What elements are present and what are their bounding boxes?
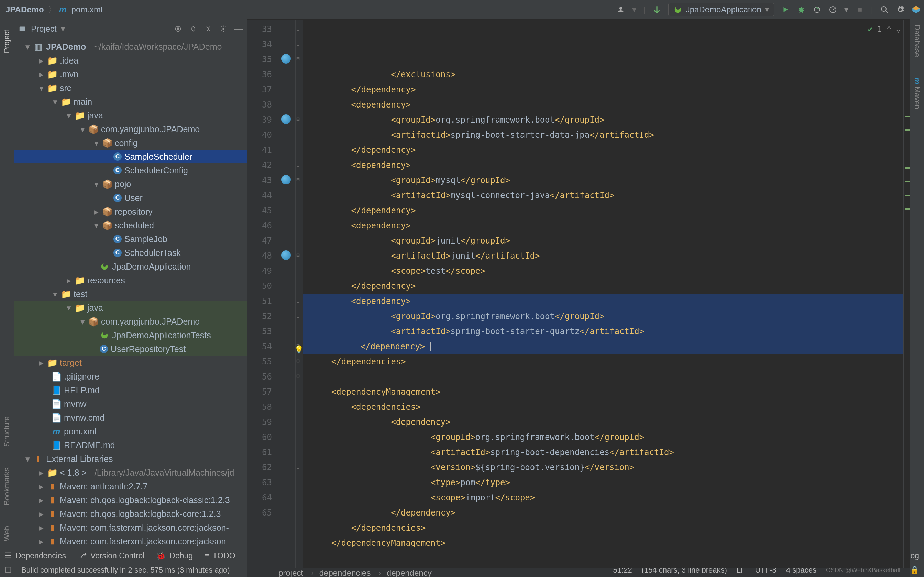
vcs-update-icon[interactable]: [653, 5, 661, 14]
tool-structure[interactable]: Structure: [2, 416, 11, 447]
breadcrumb-project[interactable]: JPADemo: [3, 4, 46, 15]
tree-pkg[interactable]: ▾📦com.yangjunbo.JPADemo: [14, 122, 247, 136]
inspection-count: 1: [877, 22, 882, 37]
breadcrumb-project[interactable]: project: [278, 568, 314, 577]
tree-label: .gitignore: [64, 369, 99, 383]
tree-sample-scheduler[interactable]: CSampleScheduler: [14, 150, 247, 163]
tree-java[interactable]: ▾📁java: [14, 108, 247, 122]
breadcrumb-dependency[interactable]: dependency: [387, 568, 432, 577]
tree-test-pkg[interactable]: ▾📦com.yangjunbo.JPADemo: [14, 314, 247, 328]
gear-icon[interactable]: [219, 24, 228, 33]
tree-label: SampleScheduler: [124, 150, 192, 163]
tool-dependencies[interactable]: ☰Dependencies: [5, 551, 66, 561]
select-opened-icon[interactable]: [174, 24, 183, 33]
tree-main[interactable]: ▾📁main: [14, 95, 247, 108]
tree-label: Maven: antlr:antlr:2.7.7: [60, 479, 148, 493]
tree-mvn[interactable]: ▸📁.mvn: [14, 67, 247, 81]
tool-database[interactable]: Database: [913, 25, 922, 57]
tree-mvnw[interactable]: 📄mvnw: [14, 397, 247, 411]
tree-test-java[interactable]: ▾📁java: [14, 301, 247, 314]
tree-root-label: JPADemo: [46, 40, 86, 53]
chevron-down-icon[interactable]: ▾: [844, 5, 848, 15]
tree-scheduler-config[interactable]: CSchedulerConfig: [14, 163, 247, 177]
chevron-down-icon[interactable]: ⌄: [896, 22, 901, 37]
run-coverage-icon[interactable]: [813, 5, 822, 14]
error-stripe[interactable]: [903, 19, 910, 568]
tree-config[interactable]: ▾📦config: [14, 136, 247, 150]
tree-test[interactable]: ▾📁test: [14, 287, 247, 301]
lock-icon[interactable]: 🔒: [910, 566, 919, 575]
tree-repository[interactable]: ▸📦repository: [14, 205, 247, 218]
left-tool-strip: Project Structure Bookmarks Web: [0, 19, 14, 548]
tree-user[interactable]: CUser: [14, 191, 247, 205]
run-config-selector[interactable]: JpaDemoApplication ▾: [668, 3, 774, 16]
tool-debug[interactable]: 🐞Debug: [156, 551, 193, 561]
tool-maven[interactable]: m Maven: [913, 77, 922, 109]
tree-label: pom.xml: [64, 424, 96, 438]
tree-ext-lib[interactable]: ▾⫴External Libraries: [14, 452, 247, 466]
tree-jdk[interactable]: ▸📁< 1.8 > /Library/Java/JavaVirtualMachi…: [14, 466, 247, 479]
tree-m3[interactable]: ▸⫴Maven: ch.qos.logback:logback-core:1.2…: [14, 507, 247, 521]
avatar-icon[interactable]: [912, 5, 921, 14]
gear-icon[interactable]: [896, 5, 905, 14]
debug-icon[interactable]: [797, 5, 806, 14]
tree-target[interactable]: ▸📁target: [14, 356, 247, 369]
tree-help[interactable]: 📘HELP.md: [14, 383, 247, 397]
tree-m4[interactable]: ▸⫴Maven: com.fasterxml.jackson.core:jack…: [14, 521, 247, 534]
right-tool-strip: Database m Maven: [910, 19, 924, 548]
tree-resources[interactable]: ▸📁resources: [14, 273, 247, 287]
tool-bookmarks[interactable]: Bookmarks: [2, 467, 11, 505]
chevron-up-icon[interactable]: ⌃: [887, 22, 891, 37]
chevron-down-icon[interactable]: ▾: [61, 24, 65, 34]
bug-icon: 🐞: [156, 551, 166, 561]
tree-root[interactable]: ▾▥JPADemo ~/kaifa/IdeaWorkspace/JPADemo: [14, 40, 247, 53]
tree-label: com.yangjunbo.JPADemo: [101, 314, 200, 328]
tree-idea[interactable]: ▸📁.idea: [14, 53, 247, 67]
chevron-down-icon: ▾: [765, 5, 769, 15]
tree-sample-job[interactable]: CSampleJob: [14, 232, 247, 246]
tree-gitignore[interactable]: 📄.gitignore: [14, 369, 247, 383]
tree-jpa-tests[interactable]: JpaDemoApplicationTests: [14, 328, 247, 342]
breadcrumb-file[interactable]: pom.xml: [69, 4, 105, 15]
tree-scheduled[interactable]: ▾📦scheduled: [14, 218, 247, 232]
tree-label: External Libraries: [46, 452, 113, 466]
tool-maven-label: Maven: [913, 87, 922, 109]
hide-icon[interactable]: —: [234, 24, 243, 33]
project-tree[interactable]: ▾▥JPADemo ~/kaifa/IdeaWorkspace/JPADemo …: [14, 39, 247, 548]
tree-label: test: [74, 287, 87, 301]
inspection-widget[interactable]: ✔ 1 ⌃ ⌄: [868, 22, 901, 37]
tree-m1[interactable]: ▸⫴Maven: antlr:antlr:2.7.7: [14, 479, 247, 493]
tree-mvnw-cmd[interactable]: 📄mvnw.cmd: [14, 411, 247, 424]
tree-label: java: [87, 108, 103, 122]
tree-label: pojo: [115, 177, 131, 191]
layers-icon: ☰: [5, 551, 12, 561]
project-icon: [18, 24, 27, 33]
tree-m2[interactable]: ▸⫴Maven: ch.qos.logback:logback-classic:…: [14, 493, 247, 507]
code-editor[interactable]: 3334353637383940414243444546474849505152…: [247, 19, 910, 568]
breadcrumb-dependencies[interactable]: dependencies: [319, 568, 381, 577]
expand-all-icon[interactable]: [189, 24, 198, 33]
tree-scheduler-task[interactable]: CSchedulerTask: [14, 246, 247, 259]
editor-area: JpaDemoApplication.java× CSchedulerTask.…: [247, 19, 910, 548]
collapse-all-icon[interactable]: [204, 24, 213, 33]
tree-src[interactable]: ▾📁src: [14, 81, 247, 95]
run-icon[interactable]: [781, 5, 790, 14]
tool-vcs[interactable]: ⎇Version Control: [78, 551, 144, 561]
status-icon[interactable]: ☐: [5, 566, 12, 575]
search-icon[interactable]: [880, 5, 889, 14]
project-panel-title[interactable]: Project: [31, 24, 57, 34]
user-icon[interactable]: [616, 5, 625, 14]
tree-pom[interactable]: mpom.xml: [14, 424, 247, 438]
tree-label: HELP.md: [64, 383, 100, 397]
tree-user-repo-test[interactable]: CUserRepositoryTest: [14, 342, 247, 356]
tree-m5[interactable]: ▸⫴Maven: com.fasterxml.jackson.core:jack…: [14, 534, 247, 548]
tool-web[interactable]: Web: [2, 526, 11, 541]
breadcrumb-separator-icon: 〉: [48, 4, 57, 15]
tree-jpa-app[interactable]: JpaDemoApplication: [14, 259, 247, 273]
tree-pojo[interactable]: ▾📦pojo: [14, 177, 247, 191]
tool-todo[interactable]: ≡TODO: [205, 551, 235, 561]
tree-readme[interactable]: 📘README.md: [14, 438, 247, 452]
tool-project[interactable]: Project: [2, 29, 11, 53]
profile-icon[interactable]: [829, 5, 837, 14]
code-content[interactable]: ✔ 1 ⌃ ⌄ </exclusions> </dependency> <dep…: [303, 19, 903, 568]
